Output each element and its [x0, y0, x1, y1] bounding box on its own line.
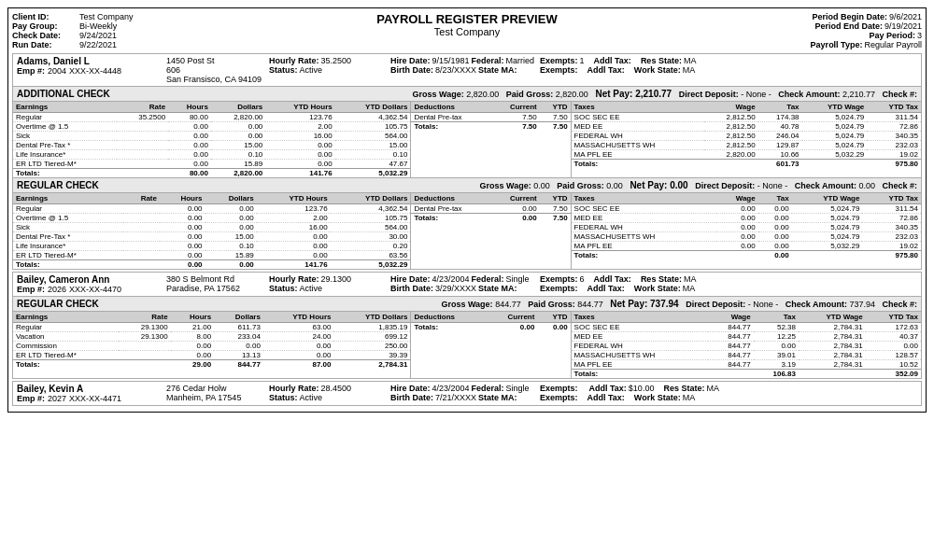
check-date-label: Check Date:	[12, 31, 78, 40]
table-row: Dental Pre-Tax *0.0015.000.0015.00	[13, 141, 410, 150]
table-row: MED EE844.7712.252,784.3140.37	[572, 332, 921, 342]
tax-col-label: Taxes	[572, 102, 705, 113]
earnings-bc: Earnings Rate Hours Dollars YTD Hours YT…	[13, 312, 410, 378]
pay-period: 3	[917, 31, 922, 40]
work-state: MA	[683, 65, 696, 75]
addl-tax-label1: Addl Tax:	[594, 56, 631, 65]
emp-num-bc: 2026	[48, 285, 66, 294]
table-row: MA PFL EE844.773.192,784.3110.52	[572, 360, 921, 370]
hourly-label: Hourly Rate:	[269, 56, 319, 65]
emp-pay-bc: Hourly Rate: 29.1300 Status: Active	[269, 274, 390, 294]
status-label-bc: Status:	[269, 284, 298, 293]
exempts-lbl-bk2: Exempts:	[540, 393, 578, 402]
res-state-bc: MA	[684, 274, 697, 284]
emp-ssn-bc: XXX-XX-4470	[69, 285, 121, 294]
emp-name-block-bk: Bailey, Kevin A Emp #: 2027 XXX-XX-4471	[17, 384, 166, 403]
exempts-bc1: 6	[580, 274, 585, 284]
exempts-lbl-bc2: Exempts:	[540, 284, 578, 293]
table-row: SOC SEC EE844.7752.382,784.31172.63	[572, 323, 921, 332]
period-end-label: Period End Date:	[814, 21, 883, 31]
res-state-lbl-bk: Res State:	[663, 384, 704, 393]
work-state-bc: MA	[683, 284, 696, 293]
check-block-additional: ADDITIONAL CHECK Gross Wage: 2,820.00 Pa…	[13, 87, 921, 177]
birth-bc: 3/29/XXXX	[435, 284, 476, 293]
work-state-label: Work State:	[634, 65, 681, 75]
table-row: SOC SEC EE0.000.005,024.79311.54	[572, 204, 921, 214]
emp-num-bk: 2027	[48, 394, 66, 403]
check-info-bc: Gross Wage: 844.77 Paid Gross: 844.77 Ne…	[441, 299, 917, 309]
period-begin: 9/6/2021	[889, 12, 922, 21]
exempts1: 1	[580, 56, 585, 65]
exempts-lbl-bk1: Exempts:	[540, 384, 578, 393]
table-row: Sick0.000.0016.00564.00	[13, 132, 410, 141]
hourly-bc: 29.1300	[321, 274, 352, 284]
run-date-label: Run Date:	[12, 40, 78, 49]
emp-dates-bk: Hire Date: 4/23/2004 Federal: Single Bir…	[390, 384, 540, 403]
table-row: MA PFL EE2,820.0010.665,032.2919.02	[572, 150, 921, 160]
emp-ssn-bk: XXX-XX-4471	[69, 394, 121, 403]
page: Client ID: Test Company Pay Group: Bi-We…	[0, 0, 934, 420]
table-row: MED EE2,812.5040.785,024.7972.86	[572, 122, 921, 132]
totals-row: Totals:7.507.50	[411, 122, 570, 132]
check-tables-bc: Earnings Rate Hours Dollars YTD Hours YT…	[13, 312, 921, 378]
payroll-type-label: Payroll Type:	[797, 40, 862, 49]
check-header-regular-adams: REGULAR CHECK Gross Wage: 0.00 Paid Gros…	[13, 178, 921, 193]
hire-label-bc: Hire Date:	[390, 274, 431, 284]
hire-bc: 4/23/2004	[432, 274, 470, 284]
emp-addr1-bc: 380 S Belmont Rd	[166, 274, 269, 284]
check-header-additional: ADDITIONAL CHECK Gross Wage: 2,820.00 Pa…	[13, 87, 921, 102]
table-row: FEDERAL WH2,812.50246.045,024.79340.35	[572, 132, 921, 141]
hourly-label-bk: Hourly Rate:	[269, 384, 319, 393]
res-state: MA	[684, 56, 697, 65]
table-row: Dental Pre-tax7.507.50	[411, 113, 570, 122]
table-row: MED EE0.000.005,024.7972.86	[572, 214, 921, 223]
employee-header-adams: Adams, Daniel L Emp #: 2004 XXX-XX-4448 …	[13, 54, 921, 87]
emp-num-label-bc: Emp #:	[17, 285, 45, 294]
emp-name: Adams, Daniel L	[17, 56, 166, 66]
tax-col-ytdtax: YTD Tax	[867, 102, 921, 113]
period-begin-label: Period Begin Date:	[812, 12, 887, 21]
status-bc: Active	[300, 284, 323, 293]
table-row: Commission0.000.000.00250.00	[13, 342, 410, 351]
addl-bk1: $10.00	[629, 384, 655, 393]
hourly-rate: 35.2500	[321, 56, 352, 65]
birth-label-bk: Birth Date:	[390, 393, 433, 402]
tax-col-wage: Wage	[704, 102, 757, 113]
emp-name-block: Adams, Daniel L Emp #: 2004 XXX-XX-4448	[17, 56, 166, 84]
employee-section-adams: Adams, Daniel L Emp #: 2004 XXX-XX-4448 …	[12, 53, 922, 270]
res-state-lbl-bc: Res State:	[641, 274, 682, 284]
check-block-bc: REGULAR CHECK Gross Wage: 844.77 Paid Gr…	[13, 297, 921, 378]
employee-section-bailey-cameron: Bailey, Cameron Ann Emp #: 2026 XXX-XX-4…	[12, 272, 922, 379]
table-row: Overtime @ 1.50.000.002.00105.75	[13, 214, 410, 223]
check-type-regular-adams: REGULAR CHECK	[17, 180, 99, 190]
hourly-label-bc: Hourly Rate:	[269, 274, 319, 284]
federal-bk: Single	[506, 384, 530, 393]
table-row: Sick0.000.0016.00564.00	[13, 223, 410, 232]
federal-label-bc: Federal:	[472, 274, 504, 284]
emp-pay-bk: Hourly Rate: 28.4500 Status: Active	[269, 384, 390, 403]
earn-col-hours: Hours	[168, 102, 211, 113]
totals-row: Totals:0.000.00141.765,032.29	[13, 260, 410, 270]
company-name: Test Company	[218, 26, 716, 37]
check-tables-regular-adams: Earnings Rate Hours Dollars YTD Hours YT…	[13, 193, 921, 269]
employee-section-bailey-kevin: Bailey, Kevin A Emp #: 2027 XXX-XX-4471 …	[12, 381, 922, 406]
emp-name-bc: Bailey, Cameron Ann	[17, 274, 166, 285]
addl-lbl-bk2: Addl Tax:	[587, 393, 625, 402]
work-state-lbl-bk: Work State:	[634, 393, 681, 402]
employee-header-bk: Bailey, Kevin A Emp #: 2027 XXX-XX-4471 …	[13, 382, 921, 405]
table-row: Regular0.000.00123.764,362.54	[13, 204, 410, 214]
table-row: Life Insurance*0.000.100.000.10	[13, 150, 410, 160]
federal: Married	[506, 56, 535, 65]
table-row: ER LTD Tiered-M*0.0013.130.0039.39	[13, 351, 410, 360]
table-row: Dental Pre-tax0.007.50	[411, 204, 570, 214]
emp-exempts: Exempts: 1 Addl Tax: Res State: MA Exemp…	[540, 56, 917, 84]
birth-date-label: Birth Date:	[390, 65, 433, 75]
hire-label-bk: Hire Date:	[390, 384, 431, 393]
table-row: MASSACHUSETTS WH2,812.50129.875,024.7923…	[572, 141, 921, 150]
exempts-lbl-bc1: Exempts:	[540, 274, 578, 284]
totals-row: Totals:0.000.00	[411, 323, 570, 332]
earn-col-dollars: Dollars	[211, 102, 265, 113]
table-row: ER LTD Tiered-M*0.0015.890.0047.67	[13, 160, 410, 169]
status-label-bk: Status:	[269, 393, 298, 402]
table-row: Regular29.130021.00611.7363.001,835.19	[13, 323, 410, 332]
